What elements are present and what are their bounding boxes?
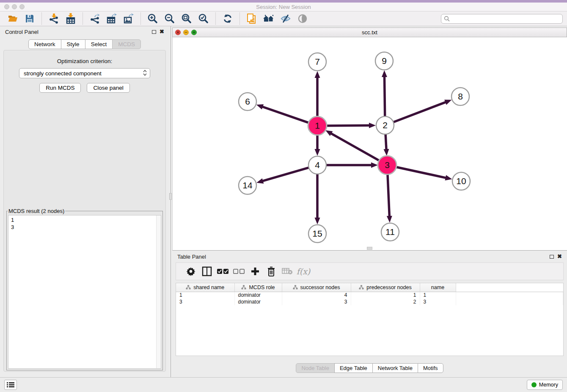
table-row[interactable]: 1 dominator 4 1 1 (176, 292, 563, 298)
zoom-fit-icon[interactable] (180, 13, 193, 25)
clone-network-icon[interactable] (245, 13, 258, 25)
graph-edge-arrowhead (256, 104, 264, 109)
zoom-in-icon[interactable] (146, 13, 159, 25)
graph-edge-arrowhead (256, 178, 264, 183)
node-table[interactable]: shared name (176, 283, 564, 356)
table-panel-title: Table Panel (177, 254, 206, 260)
graph-edge-4-14[interactable] (262, 167, 310, 181)
graph-edge-3-11[interactable] (388, 173, 390, 217)
run-mcds-button[interactable]: Run MCDS (39, 83, 81, 93)
toolbar-separator (41, 12, 42, 25)
graph-node-label: 14 (242, 180, 253, 190)
zoom-selected-icon[interactable] (197, 13, 210, 25)
graph-node-label: 4 (315, 160, 320, 170)
result-scrollbar[interactable] (156, 215, 161, 368)
table-row[interactable]: 3 dominator 3 2 3 (176, 298, 563, 305)
graph-node-label: 9 (382, 56, 387, 66)
task-history-button[interactable] (4, 380, 17, 390)
col-header-mcds-role[interactable]: MCDS role (234, 283, 282, 292)
tab-node-table[interactable]: Node Table (296, 363, 335, 373)
dropdown-stepper-icon (143, 69, 147, 77)
export-image-icon[interactable] (122, 13, 135, 25)
deselect-all-icon[interactable] (231, 265, 247, 278)
hide-selected-icon[interactable] (279, 13, 292, 25)
splitter-handle[interactable] (169, 193, 172, 200)
col-header-predecessor-nodes[interactable]: predecessor nodes (351, 283, 420, 292)
titlebar: Session: New Session (0, 3, 567, 11)
graph-node-label: 10 (456, 176, 466, 186)
float-panel-icon[interactable] (152, 30, 156, 34)
graph-edge-arrowhead (444, 99, 451, 105)
network-minimize-button[interactable] (183, 30, 189, 35)
zoom-out-icon[interactable] (163, 13, 176, 25)
network-close-button[interactable] (175, 30, 181, 35)
panel-splitter[interactable] (169, 26, 172, 377)
control-panel: Control Panel ✖ Network Style Select MCD… (0, 26, 169, 377)
window-title: Session: New Session (0, 4, 567, 10)
search-input[interactable] (450, 16, 560, 22)
tab-select[interactable]: Select (85, 39, 113, 49)
toggle-panel-icon[interactable] (199, 265, 215, 278)
network-maximize-button[interactable] (191, 30, 197, 35)
column-tree-icon (186, 285, 191, 290)
delete-column-icon[interactable] (263, 265, 279, 278)
control-panel-tabs: Network Style Select MCDS (0, 39, 169, 49)
graph-node-label: 8 (458, 91, 463, 101)
memory-status-icon (531, 382, 537, 387)
tab-motifs[interactable]: Motifs (418, 363, 443, 373)
graph-edge-3-1[interactable] (330, 133, 380, 161)
graph-edge-arrowhead (371, 163, 378, 168)
export-network-icon[interactable] (88, 13, 101, 25)
graph-edge-arrowhead (369, 123, 376, 128)
mcds-result-box[interactable]: 1 3 (8, 215, 161, 369)
search-field[interactable] (441, 14, 563, 24)
table-settings-icon[interactable] (183, 265, 199, 278)
graph-edge-arrowhead (387, 216, 392, 223)
tab-edge-table[interactable]: Edge Table (334, 363, 373, 373)
list-icon (7, 382, 14, 388)
graph-edge-3-10[interactable] (395, 167, 446, 178)
graph-node-label: 6 (245, 97, 250, 106)
tab-style[interactable]: Style (61, 39, 85, 49)
memory-label: Memory (539, 382, 558, 388)
canvas-resize-handle[interactable] (367, 247, 372, 250)
first-neighbors-icon[interactable] (262, 13, 275, 25)
export-table-icon[interactable] (105, 13, 118, 25)
col-header-successor-nodes[interactable]: successor nodes (282, 283, 351, 292)
close-panel-icon[interactable]: ✖ (160, 30, 164, 34)
close-table-panel-icon[interactable]: ✖ (557, 254, 562, 259)
col-header-shared-name[interactable]: shared name (176, 283, 234, 292)
memory-button[interactable]: Memory (527, 380, 563, 390)
optimization-criterion-label: Optimization criterion: (4, 58, 165, 64)
graph-node-label: 15 (312, 229, 322, 238)
import-table-icon[interactable] (64, 13, 77, 25)
col-header-name[interactable]: name (420, 283, 456, 292)
criterion-dropdown[interactable]: strongly connected component (19, 68, 150, 78)
refresh-icon[interactable] (221, 13, 234, 25)
save-session-icon[interactable] (23, 13, 36, 25)
toolbar-separator (215, 12, 216, 25)
graph-edge-2-8[interactable] (393, 102, 446, 122)
criterion-value: strongly connected component (24, 70, 102, 77)
tab-mcds[interactable]: MCDS (112, 39, 141, 49)
graph-edge-arrowhead (315, 218, 320, 224)
select-all-icon[interactable] (215, 265, 231, 278)
tab-network[interactable]: Network (28, 39, 61, 49)
search-icon (444, 16, 450, 22)
add-column-icon[interactable] (247, 265, 263, 278)
graph-edge-2-9[interactable] (384, 76, 385, 117)
graph-edge-1-2[interactable] (325, 125, 370, 126)
graph-edge-2-3[interactable] (385, 133, 386, 150)
table-tabs: Node Table Edge Table Network Table Moti… (176, 363, 564, 373)
close-panel-button[interactable]: Close panel (87, 83, 129, 93)
float-table-panel-icon[interactable] (550, 255, 554, 259)
tab-network-table[interactable]: Network Table (372, 363, 418, 373)
graph-edge-1-6[interactable] (262, 107, 310, 123)
network-canvas[interactable]: 7968124314101511 (172, 37, 567, 251)
import-network-icon[interactable] (47, 13, 60, 25)
open-session-icon[interactable] (6, 13, 19, 25)
control-panel-title: Control Panel (5, 29, 39, 35)
graph-edge-arrowhead (383, 149, 389, 156)
network-window-titlebar[interactable]: scc.txt (172, 28, 567, 37)
graph-node-label: 7 (315, 57, 320, 66)
